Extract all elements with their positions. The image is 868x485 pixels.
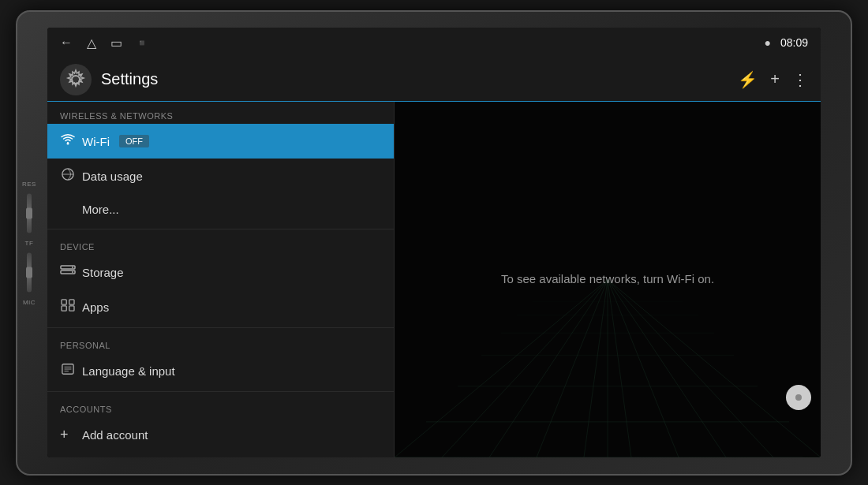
wifi-label: Wi-Fi: [82, 135, 110, 148]
nav-icons: ← △ ▭ ◾: [60, 35, 148, 50]
menu-item-storage[interactable]: Storage: [47, 255, 394, 289]
language-label: Language & input: [82, 364, 175, 378]
side-buttons: RES TF MIC: [22, 180, 36, 305]
app-title: Settings: [101, 70, 738, 88]
menu-item-more[interactable]: More...: [47, 193, 394, 226]
menu-item-data-usage[interactable]: Data usage: [47, 159, 394, 193]
back-icon[interactable]: ←: [60, 35, 73, 50]
recent-apps-icon[interactable]: ▭: [110, 35, 122, 50]
section-device-header: DEVICE: [47, 233, 394, 255]
svg-rect-8: [69, 300, 74, 304]
svg-point-5: [72, 267, 73, 268]
menu-item-language[interactable]: Language & input: [47, 353, 394, 388]
divider-device-personal: [47, 327, 394, 328]
tf-slider[interactable]: [27, 252, 32, 292]
wifi-info-message: To see available networks, turn Wi-Fi on…: [501, 271, 714, 285]
section-accounts-header: ACCOUNTS: [47, 395, 394, 417]
screen: ← △ ▭ ◾ ● 08:09 Settings ⚡ +: [47, 28, 821, 457]
lightning-icon[interactable]: ⚡: [738, 70, 758, 89]
wifi-icon: [60, 133, 82, 149]
res-label: RES: [22, 180, 36, 187]
res-slider[interactable]: [27, 193, 32, 233]
mic-label: MIC: [23, 298, 36, 305]
scroll-down-icon: [792, 391, 805, 404]
divider-personal-accounts: [47, 391, 394, 392]
right-panel: To see available networks, turn Wi-Fi on…: [395, 102, 821, 457]
apps-label: Apps: [82, 300, 109, 314]
svg-point-6: [72, 271, 73, 273]
more-options-icon[interactable]: ⋮: [792, 70, 808, 89]
scroll-indicator[interactable]: [786, 385, 811, 410]
svg-point-37: [795, 394, 802, 401]
svg-rect-9: [62, 306, 66, 311]
svg-point-1: [67, 143, 69, 145]
location-icon: ●: [764, 36, 770, 49]
menu-item-apps[interactable]: Apps: [47, 289, 394, 324]
data-usage-icon: [60, 168, 82, 184]
apps-icon: [60, 299, 82, 315]
app-bar: Settings ⚡ + ⋮: [47, 58, 821, 102]
main-content: WIRELESS & NETWORKS Wi-Fi OFF: [47, 102, 821, 457]
data-usage-label: Data usage: [82, 170, 143, 183]
language-icon: [60, 363, 82, 379]
app-bar-actions: ⚡ + ⋮: [738, 70, 808, 89]
device-frame: RES TF MIC ← △ ▭ ◾ ● 08:09: [16, 10, 852, 476]
left-panel: WIRELESS & NETWORKS Wi-Fi OFF: [47, 102, 395, 457]
notification-icon[interactable]: ◾: [137, 38, 148, 48]
clock: 08:09: [780, 36, 808, 49]
status-right: ● 08:09: [764, 36, 808, 49]
storage-icon: [60, 264, 82, 280]
wifi-badge: OFF: [119, 135, 149, 147]
status-bar: ← △ ▭ ◾ ● 08:09: [47, 28, 821, 58]
storage-label: Storage: [82, 266, 124, 279]
svg-rect-10: [69, 306, 74, 311]
add-icon[interactable]: +: [770, 70, 780, 88]
menu-item-wifi[interactable]: Wi-Fi OFF: [47, 124, 394, 159]
settings-gear-icon: [65, 69, 87, 91]
menu-item-add-account[interactable]: + Add account: [47, 417, 394, 453]
svg-rect-7: [62, 300, 66, 304]
more-label: More...: [82, 203, 119, 216]
section-wireless-header: WIRELESS & NETWORKS: [47, 102, 394, 124]
section-personal-header: PERSONAL: [47, 331, 394, 353]
app-icon: [60, 64, 92, 95]
divider-wireless-device: [47, 229, 394, 229]
add-account-label: Add account: [82, 428, 148, 442]
tf-label: TF: [25, 239, 34, 246]
add-account-icon: +: [60, 427, 82, 443]
home-icon[interactable]: △: [87, 35, 96, 50]
